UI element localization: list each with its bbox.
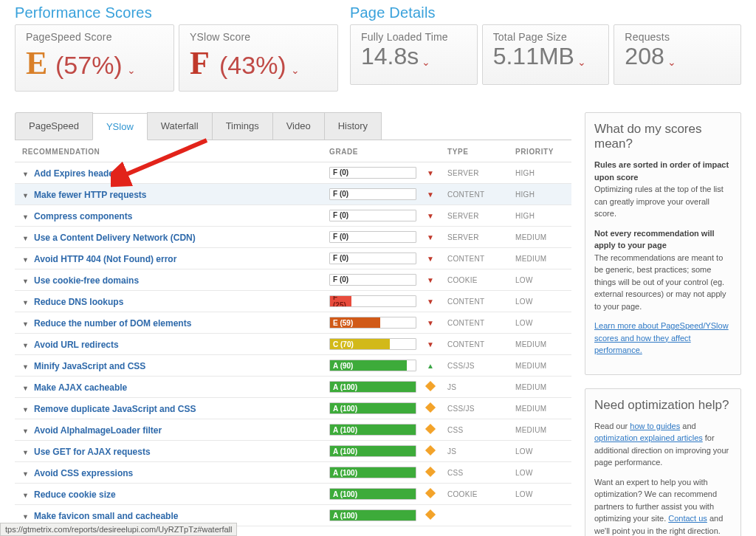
table-row[interactable]: ▼Make fewer HTTP requestsF (0)CONTENTHIG…: [15, 184, 571, 205]
grade-bar: A (100): [330, 446, 416, 456]
yslow-grade: F: [190, 44, 218, 82]
grade-bar-shell: F (0): [329, 252, 416, 264]
table-row[interactable]: ▼Reduce cookie sizeA (100)COOKIELOW: [15, 484, 571, 505]
priority-cell: MEDIUM: [515, 426, 568, 434]
trend-down-icon: [425, 339, 436, 349]
grade-bar: E (59): [330, 317, 380, 328]
trend-up-icon: [425, 360, 436, 371]
table-row[interactable]: ▼Avoid CSS expressionsA (100)CSSLOW: [15, 462, 571, 484]
header-priority: PRIORITY: [515, 148, 568, 156]
tab-video[interactable]: Video: [272, 112, 325, 140]
grade-text: F (0): [333, 233, 348, 241]
priority-cell: LOW: [515, 319, 568, 327]
yslow-card[interactable]: YSlow Score F (43%) ⌄: [179, 24, 338, 92]
recommendation-link[interactable]: Compress components: [34, 211, 132, 221]
chevron-down-icon: ⌄: [422, 56, 430, 68]
table-row[interactable]: ▼Remove duplicate JavaScript and CSSA (1…: [15, 398, 571, 419]
recommendation-link[interactable]: Make AJAX cacheable: [34, 382, 127, 393]
tab-yslow[interactable]: YSlow: [92, 113, 148, 140]
trend-down-icon: [425, 253, 436, 264]
recommendation-link[interactable]: Avoid AlphaImageLoader filter: [34, 425, 162, 436]
optimization-help-card: Need optimization help? Read our how to …: [585, 388, 741, 537]
tab-history[interactable]: History: [324, 112, 382, 140]
recommendation-link[interactable]: Use a Content Delivery Network (CDN): [34, 233, 196, 243]
page-size-card[interactable]: Total Page Size 5.11MB⌄: [482, 24, 610, 85]
how-to-guides-link[interactable]: how to guides: [630, 422, 680, 430]
recommendation-link[interactable]: Reduce the number of DOM elements: [34, 318, 191, 329]
expand-icon: ▼: [22, 470, 30, 478]
chevron-down-icon: ⌄: [577, 56, 586, 68]
priority-cell: LOW: [515, 276, 568, 284]
trend-neutral-icon: [425, 467, 436, 478]
learn-more-link[interactable]: Learn more about PageSpeed/YSlow scores …: [594, 321, 729, 354]
expand-icon: ▼: [22, 299, 30, 306]
pagespeed-card[interactable]: PageSpeed Score E (57%) ⌄: [15, 24, 174, 92]
recommendation-link[interactable]: Avoid URL redirects: [34, 340, 119, 350]
requests-label: Requests: [625, 31, 730, 43]
table-row[interactable]: ▼Reduce the number of DOM elementsE (59)…: [15, 312, 571, 334]
trend-down-icon: [425, 317, 436, 328]
table-row[interactable]: ▼Minify JavaScript and CSSA (90)CSS/JSME…: [15, 355, 571, 377]
grade-bar-shell: A (100): [329, 445, 416, 457]
contact-us-link[interactable]: Contact us: [668, 514, 707, 523]
priority-cell: HIGH: [515, 169, 568, 177]
yslow-pct: (43%): [219, 51, 286, 80]
recommendation-link[interactable]: Avoid CSS expressions: [34, 468, 133, 478]
load-time-value: 14.8s: [361, 43, 419, 69]
table-row[interactable]: ▼Avoid URL redirectsC (70)CONTENTMEDIUM: [15, 334, 571, 355]
type-cell: CONTENT: [447, 255, 515, 263]
requests-value: 208: [625, 43, 664, 69]
recommendation-link[interactable]: Minify JavaScript and CSS: [34, 361, 145, 371]
requests-card[interactable]: Requests 208⌄: [614, 24, 741, 85]
table-row[interactable]: ▼Use cookie-free domainsF (0)COOKIELOW: [15, 269, 571, 291]
load-time-label: Fully Loaded Time: [361, 31, 467, 43]
type-cell: SERVER: [447, 212, 515, 220]
opt-text-1b: and: [680, 422, 695, 430]
recommendation-link[interactable]: Make favicon small and cacheable: [34, 511, 178, 521]
type-cell: JS: [447, 447, 515, 456]
grade-bar: A (100): [330, 382, 416, 392]
priority-cell: LOW: [515, 490, 568, 498]
expand-icon: ▼: [22, 449, 30, 456]
type-cell: SERVER: [447, 233, 515, 241]
grade-text: F (0): [333, 168, 348, 176]
opt-text-1a: Read our: [594, 422, 630, 430]
table-row[interactable]: ▼Use GET for AJAX requestsA (100)JSLOW: [15, 441, 571, 462]
grade-text: F (0): [333, 275, 348, 284]
type-cell: COOKIE: [447, 276, 515, 284]
table-row[interactable]: ▼Avoid HTTP 404 (Not Found) errorF (0)CO…: [15, 248, 571, 269]
trend-neutral-icon: [425, 403, 436, 413]
table-row[interactable]: ▼Reduce DNS lookupsF (25)CONTENTLOW: [15, 291, 571, 312]
type-cell: CSS/JS: [447, 362, 515, 370]
expand-icon: ▼: [22, 363, 30, 371]
table-row[interactable]: ▼Use a Content Delivery Network (CDN)F (…: [15, 227, 571, 248]
pagespeed-pct: (57%): [55, 51, 123, 80]
load-time-card[interactable]: Fully Loaded Time 14.8s⌄: [350, 24, 478, 85]
expand-icon: ▼: [22, 235, 30, 242]
type-cell: CONTENT: [447, 319, 515, 327]
recommendation-link[interactable]: Use GET for AJAX requests: [34, 447, 151, 457]
tab-pagespeed[interactable]: PageSpeed: [15, 112, 93, 140]
recommendation-link[interactable]: Avoid HTTP 404 (Not Found) error: [34, 254, 176, 264]
table-row[interactable]: ▼Add Expires headersF (0)SERVERHIGH: [15, 162, 571, 184]
table-row[interactable]: ▼Make AJAX cacheableA (100)JSMEDIUM: [15, 377, 571, 398]
opt-help-title: Need optimization help?: [594, 398, 732, 413]
priority-cell: MEDIUM: [515, 383, 568, 391]
recommendation-link[interactable]: Add Expires headers: [34, 168, 122, 179]
opt-articles-link[interactable]: optimization explained articles: [594, 433, 703, 442]
recommendation-link[interactable]: Make fewer HTTP requests: [34, 190, 147, 200]
recommendation-link[interactable]: Reduce cookie size: [34, 489, 116, 500]
expand-icon: ▼: [22, 492, 30, 499]
recommendation-link[interactable]: Remove duplicate JavaScript and CSS: [34, 404, 196, 414]
recommendation-link[interactable]: Reduce DNS lookups: [34, 297, 123, 307]
tab-waterfall[interactable]: Waterfall: [147, 112, 213, 140]
table-row[interactable]: ▼Compress componentsF (0)SERVERHIGH: [15, 205, 571, 227]
trend-neutral-icon: [425, 425, 436, 435]
priority-cell: HIGH: [515, 212, 568, 220]
table-row[interactable]: ▼Avoid AlphaImageLoader filterA (100)CSS…: [15, 419, 571, 441]
scores-help-bold2: Not every recommendation will apply to y…: [594, 229, 715, 250]
trend-neutral-icon: [425, 446, 436, 456]
tab-timings[interactable]: Timings: [212, 112, 273, 140]
recommendation-link[interactable]: Use cookie-free domains: [34, 275, 139, 286]
grade-bar-shell: F (25): [329, 295, 416, 307]
